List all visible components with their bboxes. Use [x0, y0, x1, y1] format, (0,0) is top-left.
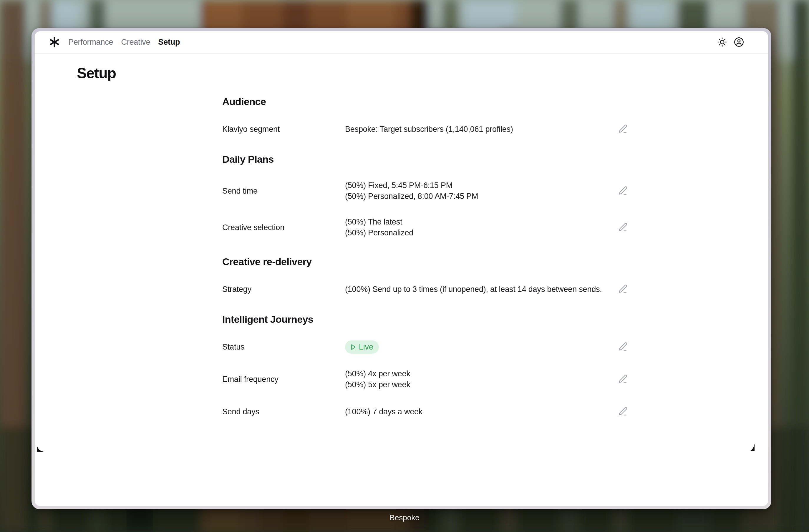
edit-pencil-icon[interactable] — [616, 221, 630, 234]
row-label: Send days — [222, 406, 345, 417]
page-title: Setup — [77, 64, 768, 83]
section-audience: AudienceKlaviyo segmentBespoke: Target s… — [222, 95, 630, 136]
corner-artifact-left — [36, 445, 44, 452]
row-value: (100%) Send up to 3 times (if unopened),… — [345, 284, 613, 295]
edit-pencil-icon[interactable] — [616, 405, 630, 419]
nav-tabs: PerformanceCreativeSetup — [68, 38, 180, 47]
row-label: Creative selection — [222, 222, 345, 233]
row-value-line: (100%) 7 days a week — [345, 406, 613, 417]
section-creative-re-delivery: Creative re-deliveryStrategy(100%) Send … — [222, 255, 630, 296]
edit-pencil-icon[interactable] — [616, 122, 630, 136]
window-caption: Bespoke — [0, 513, 809, 522]
row-value: (50%) 4x per week(50%) 5x per week — [345, 368, 613, 390]
sun-icon[interactable] — [717, 37, 727, 47]
row-value-line: (50%) 5x per week — [345, 379, 613, 390]
section-heading: Daily Plans — [222, 153, 630, 165]
section-heading: Creative re-delivery — [222, 255, 630, 268]
row-label: Email frequency — [222, 374, 345, 385]
status-badge-label: Live — [359, 342, 373, 353]
row-value-line: (50%) Fixed, 5:45 PM-6:15 PM — [345, 180, 613, 191]
setting-row-email-frequency: Email frequency(50%) 4x per week(50%) 5x… — [222, 368, 630, 390]
app-window: PerformanceCreativeSetup — [32, 28, 771, 509]
setting-row-creative-selection: Creative selection(50%) The latest(50%) … — [222, 216, 630, 238]
nav-tab-performance[interactable]: Performance — [68, 38, 113, 47]
asterisk-icon[interactable] — [48, 36, 61, 48]
section-heading: Audience — [222, 95, 630, 108]
row-label: Send time — [222, 186, 345, 197]
edit-pencil-icon[interactable] — [616, 283, 630, 296]
app-window-content: PerformanceCreativeSetup — [35, 31, 768, 506]
status-badge: Live — [345, 340, 379, 354]
main-content: Setup AudienceKlaviyo segmentBespoke: Ta… — [35, 54, 768, 506]
setting-row-status: Status Live — [222, 340, 630, 354]
section-heading: Intelligent Journeys — [222, 313, 630, 325]
setting-row-strategy: Strategy(100%) Send up to 3 times (if un… — [222, 283, 630, 296]
row-value-line: (50%) Personalized — [345, 228, 613, 238]
section-daily-plans: Daily PlansSend time(50%) Fixed, 5:45 PM… — [222, 153, 630, 238]
setting-row-send-time: Send time(50%) Fixed, 5:45 PM-6:15 PM(50… — [222, 180, 630, 202]
row-label: Klaviyo segment — [222, 124, 345, 135]
edit-pencil-icon[interactable] — [616, 340, 630, 354]
row-value-line: Bespoke: Target subscribers (1,140,061 p… — [345, 124, 613, 135]
user-circle-icon[interactable] — [733, 36, 744, 48]
navbar-right — [717, 36, 744, 48]
row-value: (100%) 7 days a week — [345, 406, 613, 417]
row-value-line: (100%) Send up to 3 times (if unopened),… — [345, 284, 613, 295]
setting-row-send-days: Send days(100%) 7 days a week — [222, 405, 630, 419]
nav-tab-setup[interactable]: Setup — [158, 38, 180, 47]
row-value-line: (50%) 4x per week — [345, 368, 613, 379]
row-value: (50%) The latest(50%) Personalized — [345, 216, 613, 238]
row-value: Bespoke: Target subscribers (1,140,061 p… — [345, 124, 613, 135]
corner-artifact-right — [751, 444, 755, 451]
section-intelligent-journeys: Intelligent JourneysStatus Live Email fr… — [222, 313, 630, 419]
row-value: Live — [345, 340, 613, 354]
edit-pencil-icon[interactable] — [616, 373, 630, 386]
navbar: PerformanceCreativeSetup — [35, 31, 768, 54]
settings-sections: AudienceKlaviyo segmentBespoke: Target s… — [222, 95, 630, 419]
row-value: (50%) Fixed, 5:45 PM-6:15 PM(50%) Person… — [345, 180, 613, 202]
row-label: Status — [222, 342, 345, 353]
row-label: Strategy — [222, 284, 345, 295]
row-value-line: (50%) The latest — [345, 216, 613, 228]
row-value-line: (50%) Personalized, 8:00 AM-7:45 PM — [345, 191, 613, 202]
edit-pencil-icon[interactable] — [616, 184, 630, 198]
setting-row-klaviyo-segment: Klaviyo segmentBespoke: Target subscribe… — [222, 122, 630, 136]
play-icon — [349, 344, 356, 351]
nav-tab-creative[interactable]: Creative — [121, 38, 150, 47]
